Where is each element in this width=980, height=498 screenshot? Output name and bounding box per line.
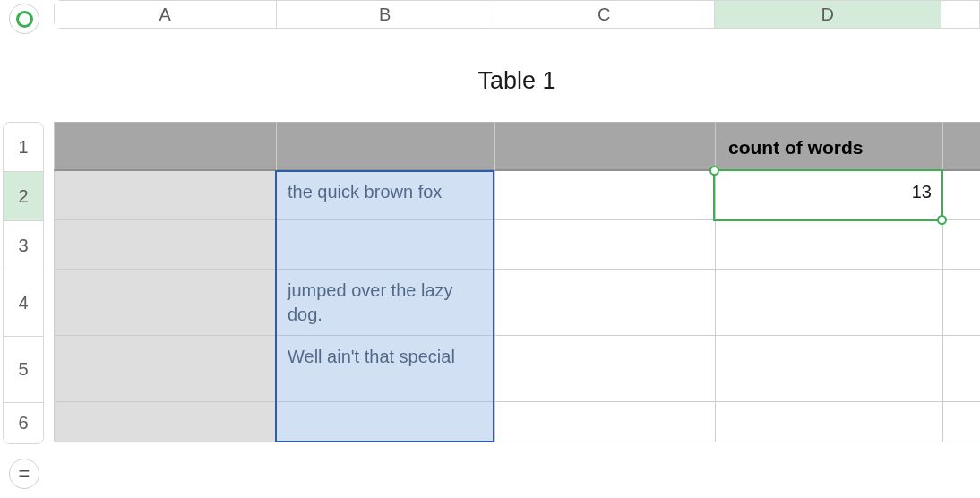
cell-A1[interactable] <box>54 122 276 171</box>
cell-C1[interactable] <box>494 122 715 171</box>
table-row: count of words <box>54 122 980 171</box>
cell-text: jumped over the lazy dog. <box>277 270 494 336</box>
formula-button[interactable]: = <box>9 459 39 489</box>
cell-C3[interactable] <box>494 220 715 270</box>
cell-trail-3[interactable] <box>942 220 980 270</box>
cell-trail-1[interactable] <box>942 122 980 171</box>
table-row <box>54 220 980 270</box>
row-header-5[interactable]: 5 <box>4 337 43 403</box>
row-header-1[interactable]: 1 <box>4 123 43 172</box>
cell-D1[interactable]: count of words <box>715 122 942 171</box>
cell-C5[interactable] <box>494 336 715 402</box>
column-header-trail[interactable] <box>941 1 979 28</box>
cell-A4[interactable] <box>54 270 276 336</box>
cell-B6[interactable] <box>276 402 494 442</box>
row-header-2[interactable]: 2 <box>4 172 43 221</box>
cell-D4[interactable] <box>715 270 942 336</box>
row-header-6[interactable]: 6 <box>4 403 43 443</box>
cell-trail-4[interactable] <box>942 270 980 336</box>
cell-trail-2[interactable] <box>942 171 980 220</box>
column-header-B[interactable]: B <box>277 1 495 28</box>
table-row: the quick brown fox13 <box>54 171 980 220</box>
cell-trail-6[interactable] <box>942 402 980 442</box>
cell-text: 13 <box>716 171 942 213</box>
cell-D2[interactable]: 13 <box>715 171 942 220</box>
select-all-button[interactable] <box>9 4 39 34</box>
cell-A6[interactable] <box>54 402 276 442</box>
cell-B4[interactable]: jumped over the lazy dog. <box>276 270 494 336</box>
table-row <box>54 402 980 442</box>
cell-trail-5[interactable] <box>942 336 980 402</box>
cell-C4[interactable] <box>494 270 715 336</box>
cell-text: Well ain't that special <box>277 336 494 378</box>
cell-A2[interactable] <box>54 171 276 220</box>
table-title[interactable]: Table 1 <box>54 54 980 107</box>
cell-B1[interactable] <box>276 122 494 171</box>
cell-D6[interactable] <box>715 402 942 442</box>
cell-B3[interactable] <box>276 220 494 270</box>
spreadsheet-grid[interactable]: count of wordsthe quick brown fox13jumpe… <box>54 122 980 442</box>
column-header-A[interactable]: A <box>55 1 277 28</box>
cell-text: count of words <box>716 123 942 173</box>
cell-C2[interactable] <box>494 171 715 220</box>
cell-text: the quick brown fox <box>277 171 494 213</box>
row-header-3[interactable]: 3 <box>4 221 43 270</box>
equals-icon: = <box>19 462 30 485</box>
table-row: jumped over the lazy dog. <box>54 270 980 336</box>
cell-D5[interactable] <box>715 336 942 402</box>
column-headers: ABCD <box>54 0 980 29</box>
cell-D3[interactable] <box>715 220 942 270</box>
cell-A3[interactable] <box>54 220 276 270</box>
circle-icon <box>16 11 33 28</box>
cell-A5[interactable] <box>54 336 276 402</box>
column-header-D[interactable]: D <box>715 1 942 28</box>
cell-C6[interactable] <box>494 402 715 442</box>
cell-B2[interactable]: the quick brown fox <box>276 171 494 220</box>
column-header-C[interactable]: C <box>494 1 715 28</box>
row-headers: 123456 <box>3 122 44 444</box>
row-header-4[interactable]: 4 <box>4 270 43 337</box>
table-row: Well ain't that special <box>54 336 980 402</box>
cell-B5[interactable]: Well ain't that special <box>276 336 494 402</box>
